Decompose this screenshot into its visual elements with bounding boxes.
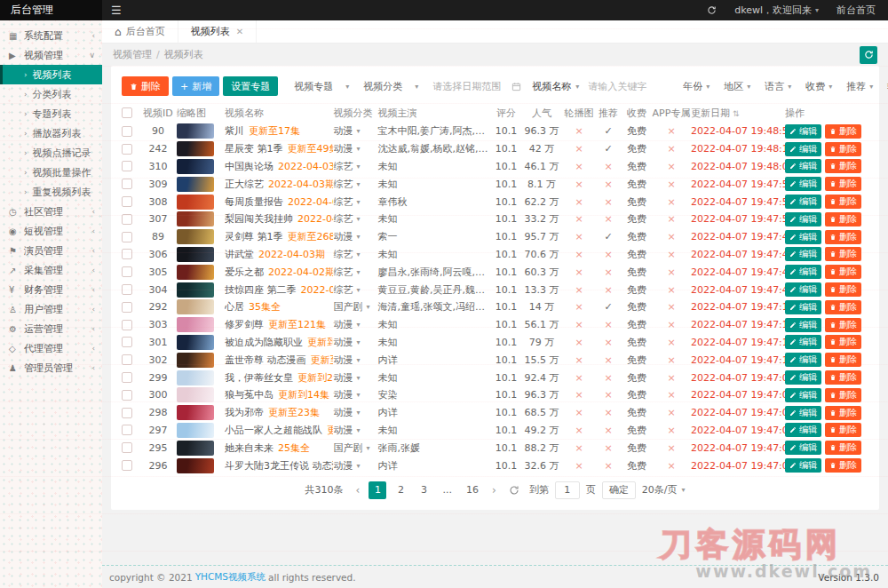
delete-button[interactable]: 删除: [122, 76, 169, 96]
video-thumbnail[interactable]: [177, 353, 214, 368]
sidebar-item[interactable]: ◉短视管理‹: [0, 221, 102, 241]
video-thumbnail[interactable]: [177, 370, 214, 385]
keyword-input[interactable]: [588, 81, 673, 92]
category-select[interactable]: 国产剧▾: [333, 300, 377, 314]
video-name-link[interactable]: 心居: [225, 300, 244, 314]
edit-button[interactable]: 编辑: [785, 159, 821, 173]
sidebar-subitem[interactable]: ›专题列表: [0, 104, 102, 123]
video-thumbnail[interactable]: [177, 159, 214, 174]
category-select[interactable]: 综艺▾: [333, 266, 377, 279]
filter-select-4[interactable]: 推荐▾: [840, 80, 879, 93]
row-delete-button[interactable]: 删除: [825, 142, 861, 156]
set-topic-button[interactable]: 设置专题: [223, 76, 278, 96]
row-delete-button[interactable]: 删除: [825, 353, 861, 367]
filter-select-1[interactable]: 地区▾: [718, 80, 757, 93]
video-name-link[interactable]: 梨园闯关我挂帅: [225, 212, 293, 226]
page-button[interactable]: 16: [462, 481, 483, 499]
sidebar-item[interactable]: ♙用户管理‹: [0, 299, 102, 319]
row-checkbox[interactable]: [122, 372, 132, 383]
row-checkbox[interactable]: [122, 408, 132, 418]
video-name-link[interactable]: 盖世帝尊 动态漫画: [225, 354, 306, 367]
category-select[interactable]: 动漫▾: [333, 230, 377, 243]
video-name-link[interactable]: 狼与菟中岛: [225, 388, 274, 401]
header-refresh-icon[interactable]: [707, 5, 717, 15]
video-thumbnail[interactable]: [177, 247, 214, 262]
select-all-checkbox[interactable]: [122, 107, 132, 118]
video-name-link[interactable]: 被迫成为隐藏职业: [225, 336, 303, 349]
row-delete-button[interactable]: 删除: [825, 370, 861, 385]
sidebar-item[interactable]: ▦系统配置‹: [0, 26, 102, 45]
add-button[interactable]: + 新增: [172, 76, 219, 96]
category-select[interactable]: 动漫▾: [333, 318, 377, 331]
row-checkbox[interactable]: [122, 337, 132, 347]
sidebar-item[interactable]: ♟管理员管理‹: [0, 358, 102, 377]
row-checkbox[interactable]: [122, 266, 132, 277]
topic-select[interactable]: 视频专题 ▾: [289, 80, 354, 93]
video-thumbnail[interactable]: [177, 335, 214, 350]
video-thumbnail[interactable]: [177, 195, 214, 210]
video-thumbnail[interactable]: [177, 405, 214, 420]
edit-button[interactable]: 编辑: [785, 406, 821, 420]
video-thumbnail[interactable]: [177, 458, 214, 473]
row-delete-button[interactable]: 删除: [825, 124, 861, 139]
per-page-select[interactable]: 20条/页 ▾: [642, 483, 686, 497]
edit-button[interactable]: 编辑: [785, 265, 821, 279]
row-delete-button[interactable]: 删除: [825, 230, 861, 244]
row-checkbox[interactable]: [122, 442, 132, 453]
video-name-link[interactable]: 技惊四座 第二季: [225, 283, 297, 297]
video-thumbnail[interactable]: [177, 299, 214, 314]
sidebar-item[interactable]: ¥财务管理‹: [0, 280, 102, 299]
row-checkbox[interactable]: [122, 249, 132, 259]
video-name-link[interactable]: 紫川: [225, 124, 244, 138]
prev-page-icon[interactable]: ‹: [353, 484, 363, 497]
video-name-link[interactable]: 星辰变 第1季: [225, 142, 283, 155]
sidebar-subitem[interactable]: ›视频列表: [0, 65, 102, 84]
row-delete-button[interactable]: 删除: [825, 177, 861, 191]
row-delete-button[interactable]: 删除: [825, 458, 861, 473]
video-name-link[interactable]: 我为邪帝: [225, 406, 264, 419]
row-delete-button[interactable]: 删除: [825, 335, 861, 349]
video-thumbnail[interactable]: [177, 141, 214, 156]
video-thumbnail[interactable]: [177, 177, 214, 192]
category-select[interactable]: 动漫▾: [333, 388, 377, 401]
filter-select-5[interactable]: 轮播▾: [881, 80, 888, 93]
video-name-link[interactable]: 小品一家人之超能战队: [225, 424, 322, 437]
category-select[interactable]: 综艺▾: [333, 212, 377, 226]
edit-button[interactable]: 编辑: [785, 247, 821, 261]
video-thumbnail[interactable]: [177, 387, 214, 402]
breadcrumb-parent[interactable]: 视频管理: [113, 48, 152, 61]
pagination-refresh-icon[interactable]: [509, 485, 519, 496]
video-thumbnail[interactable]: [177, 423, 214, 438]
row-checkbox[interactable]: [122, 126, 132, 137]
row-delete-button[interactable]: 删除: [825, 212, 861, 226]
tab-video-list[interactable]: 视频列表 ✕: [178, 20, 257, 43]
edit-button[interactable]: 编辑: [785, 370, 821, 385]
edit-button[interactable]: 编辑: [785, 300, 821, 314]
sort-icon[interactable]: ⇅: [733, 109, 740, 118]
video-thumbnail[interactable]: [177, 317, 214, 332]
video-thumbnail[interactable]: [177, 282, 214, 298]
row-checkbox[interactable]: [122, 425, 132, 435]
video-name-link[interactable]: 灵剑尊 第1季: [225, 230, 283, 243]
edit-button[interactable]: 编辑: [785, 353, 821, 367]
edit-button[interactable]: 编辑: [785, 142, 821, 156]
category-select[interactable]: 动漫▾: [333, 406, 377, 419]
category-select[interactable]: 综艺▾: [333, 195, 377, 209]
row-delete-button[interactable]: 删除: [825, 318, 861, 332]
category-select[interactable]: 综艺▾: [333, 248, 377, 261]
user-menu[interactable]: dkewl，欢迎回来 ▾: [734, 4, 819, 17]
video-name-link[interactable]: 中国舆论场: [225, 160, 274, 173]
row-delete-button[interactable]: 删除: [825, 406, 861, 420]
sidebar-item[interactable]: ◇代理管理‹: [0, 338, 102, 358]
video-thumbnail[interactable]: [177, 229, 214, 244]
video-name-link[interactable]: 讲武堂: [225, 248, 254, 261]
edit-button[interactable]: 编辑: [785, 230, 821, 244]
video-name-link[interactable]: 她来自未来: [225, 441, 274, 455]
category-select[interactable]: 国产剧▾: [333, 441, 377, 455]
row-delete-button[interactable]: 删除: [825, 195, 861, 209]
row-checkbox[interactable]: [122, 302, 132, 313]
sidebar-subitem[interactable]: ›重复视频列表: [0, 182, 102, 202]
edit-button[interactable]: 编辑: [785, 195, 821, 209]
sidebar-subitem[interactable]: ›视频点播记录: [0, 143, 102, 163]
row-checkbox[interactable]: [122, 390, 132, 401]
